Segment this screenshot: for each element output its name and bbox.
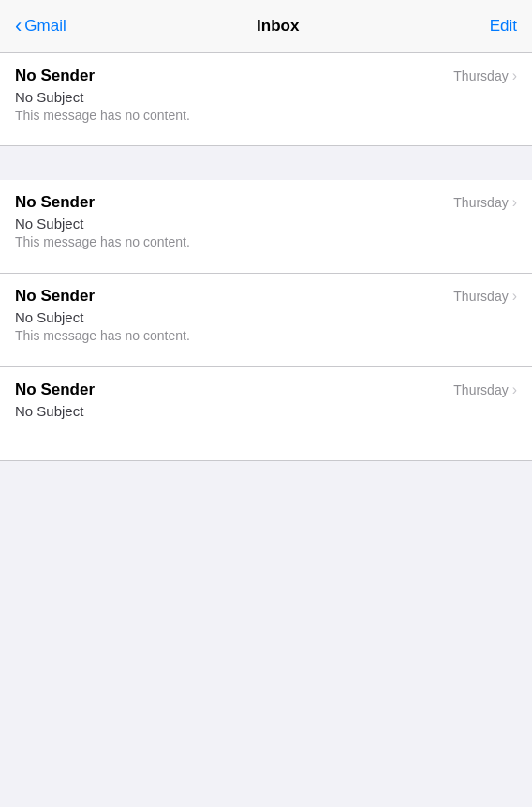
email-date: Thursday — [453, 289, 508, 304]
email-item[interactable]: No Sender Thursday › No Subject This mes… — [0, 180, 532, 274]
navigation-bar: ‹ Gmail Inbox Edit — [0, 0, 532, 52]
email-subject: No Subject — [15, 403, 517, 419]
back-button[interactable]: ‹ Gmail — [15, 16, 66, 37]
email-sender: No Sender — [15, 287, 95, 306]
chevron-right-icon: › — [512, 382, 517, 397]
email-date: Thursday — [453, 195, 508, 210]
email-date-container: Thursday › — [453, 195, 517, 210]
email-sender: No Sender — [15, 193, 95, 212]
email-subject: No Subject — [15, 216, 517, 232]
email-item[interactable]: No Sender Thursday › No Subject This mes… — [0, 274, 532, 367]
email-date-container: Thursday › — [453, 289, 517, 304]
email-date-container: Thursday › — [453, 68, 517, 83]
email-header: No Sender Thursday › — [15, 287, 517, 306]
chevron-right-icon: › — [512, 68, 517, 83]
email-subject: No Subject — [15, 309, 517, 325]
email-header: No Sender Thursday › — [15, 193, 517, 212]
email-subject: No Subject — [15, 89, 517, 105]
email-sender: No Sender — [15, 67, 95, 85]
edit-button[interactable]: Edit — [490, 17, 517, 36]
back-label: Gmail — [24, 17, 66, 36]
group-spacer — [0, 146, 532, 180]
email-item[interactable]: No Sender Thursday › No Subject — [0, 367, 532, 461]
email-preview: This message has no content. — [15, 328, 517, 343]
email-list: No Sender Thursday › No Subject This mes… — [0, 52, 532, 461]
email-date: Thursday — [453, 382, 508, 397]
email-header: No Sender Thursday › — [15, 67, 517, 85]
back-chevron-icon: ‹ — [15, 16, 22, 37]
chevron-right-icon: › — [512, 195, 517, 210]
page-title: Inbox — [66, 17, 490, 36]
chevron-right-icon: › — [512, 289, 517, 304]
email-date: Thursday — [453, 68, 508, 83]
email-sender: No Sender — [15, 381, 95, 399]
email-item[interactable]: No Sender Thursday › No Subject This mes… — [0, 52, 532, 146]
email-preview: This message has no content. — [15, 234, 517, 249]
email-preview: This message has no content. — [15, 108, 517, 123]
email-date-container: Thursday › — [453, 382, 517, 397]
email-header: No Sender Thursday › — [15, 381, 517, 399]
